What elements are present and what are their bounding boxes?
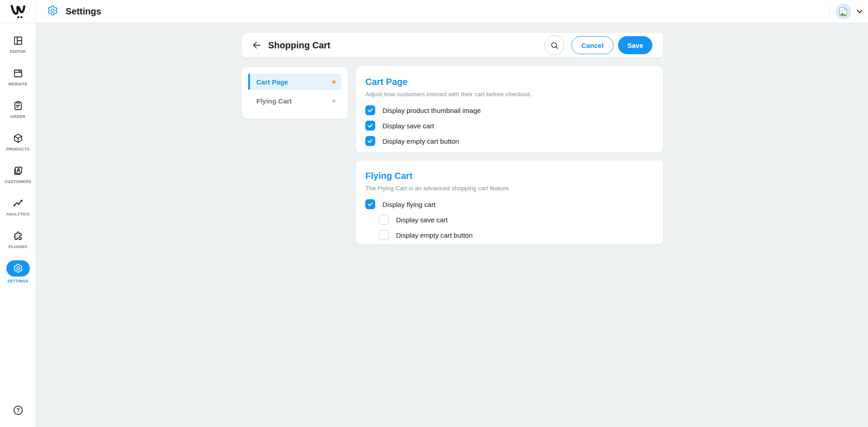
sidebar-item-order[interactable]: ORDER: [0, 100, 36, 133]
arrow-left-icon: [252, 40, 262, 50]
chevron-down-icon: [856, 8, 863, 15]
shopping-cart-header: Shopping Cart Cancel Save: [242, 33, 663, 57]
option-row: Display save cart: [365, 121, 652, 131]
sidebar-item-customers[interactable]: CUSTOMERS: [0, 165, 36, 198]
help-icon: ?: [13, 405, 24, 416]
check-icon: [367, 107, 373, 113]
section-title: Flying Cart: [365, 170, 652, 181]
sidebar-item-label: PLUGINS: [9, 244, 27, 249]
checkbox-label: Display save cart: [382, 122, 434, 130]
sidebar-item-label: EDITOR: [10, 49, 26, 54]
brand-logo[interactable]: [0, 0, 36, 23]
cart-page-section: Cart Page Adjust how customers interact …: [356, 66, 663, 152]
sidebar-item-label: CUSTOMERS: [5, 179, 31, 184]
section-description: The Flying Cart is an advanced shopping …: [365, 184, 652, 192]
checkbox-label: Display flying cart: [382, 201, 436, 208]
checkbox-label: Display empty cart button: [396, 231, 472, 239]
flying-cart-section: Flying Cart The Flying Cart is an advanc…: [356, 160, 663, 244]
webnode-logo-icon: [9, 3, 27, 20]
section-title: Cart Page: [365, 76, 652, 87]
website-icon: [13, 68, 24, 79]
customers-icon: [13, 165, 24, 176]
status-dot-gray: [332, 99, 335, 103]
svg-text:?: ?: [16, 407, 19, 413]
avatar[interactable]: [835, 4, 851, 19]
checkbox-flying-empty-cart[interactable]: [379, 230, 389, 240]
checkbox-label: Display product thumbnail image: [382, 107, 481, 114]
sidebar-item-website[interactable]: WEBSITE: [0, 68, 36, 100]
sidebar-item-label: SETTINGS: [7, 279, 28, 283]
sidebar-item-label: PRODUCTS: [6, 147, 29, 151]
page-section-title: Settings: [66, 6, 101, 17]
checkbox-flying-save-cart[interactable]: [379, 215, 389, 225]
editor-icon: [13, 35, 24, 46]
main-sidebar: EDITOR WEBSITE ORDER PR: [0, 23, 36, 427]
checkbox-display-save-cart[interactable]: [365, 121, 375, 131]
cancel-button[interactable]: Cancel: [571, 36, 613, 54]
settings-gear-icon: [47, 5, 58, 18]
account-menu-toggle[interactable]: [856, 8, 863, 15]
checkbox-label: Display save cart: [396, 216, 448, 224]
page-title: Shopping Cart: [268, 40, 330, 51]
sidebar-item-analytics[interactable]: ANALYTICS: [0, 198, 36, 230]
nav-item-label: Cart Page: [256, 78, 288, 86]
products-icon: [13, 133, 24, 144]
settings-active-pill: [6, 260, 30, 277]
option-row: Display save cart: [379, 215, 652, 225]
option-row: Display product thumbnail image: [365, 105, 652, 115]
sidebar-item-products[interactable]: PRODUCTS: [0, 133, 36, 165]
section-description: Adjust how customers interact with their…: [365, 90, 652, 98]
top-bar: Settings: [0, 0, 868, 23]
broken-image-icon: [839, 7, 848, 16]
option-row: Display empty cart button: [365, 136, 652, 146]
checkbox-display-product-thumbnail[interactable]: [365, 105, 375, 115]
sidebar-item-plugins[interactable]: PLUGINS: [0, 230, 36, 263]
settings-gear-icon: [13, 263, 23, 273]
help-button[interactable]: ?: [12, 404, 24, 416]
sidebar-item-editor[interactable]: EDITOR: [0, 35, 36, 68]
nav-item-label: Flying Cart: [256, 97, 292, 105]
option-list: Display product thumbnail image Display …: [365, 105, 652, 146]
sidebar-item-label: ORDER: [10, 114, 26, 119]
option-row: Display empty cart button: [379, 230, 652, 240]
topbar-divider: [830, 5, 830, 17]
search-icon: [550, 41, 559, 50]
check-icon: [367, 138, 373, 144]
nav-item-flying-cart[interactable]: Flying Cart: [248, 93, 341, 109]
checkbox-label: Display empty cart button: [382, 137, 459, 145]
sidebar-item-label: ANALYTICS: [6, 212, 29, 216]
plugins-icon: [13, 230, 24, 241]
nav-item-cart-page[interactable]: Cart Page: [248, 74, 341, 90]
sidebar-item-settings[interactable]: SETTINGS: [0, 263, 36, 296]
order-icon: [13, 100, 24, 111]
checkbox-display-flying-cart[interactable]: [365, 199, 375, 209]
search-button[interactable]: [544, 35, 564, 55]
checkbox-display-empty-cart[interactable]: [365, 136, 375, 146]
check-icon: [367, 122, 373, 129]
back-button[interactable]: [252, 40, 262, 50]
cart-settings-nav: Cart Page Flying Cart: [242, 67, 348, 119]
status-dot-orange: [332, 80, 335, 84]
analytics-icon: [13, 198, 24, 209]
save-button[interactable]: Save: [618, 36, 652, 54]
sidebar-item-label: WEBSITE: [8, 82, 27, 86]
check-icon: [367, 201, 373, 207]
option-list: Display flying cart Display save cart Di…: [365, 199, 652, 240]
option-row: Display flying cart: [365, 199, 652, 209]
